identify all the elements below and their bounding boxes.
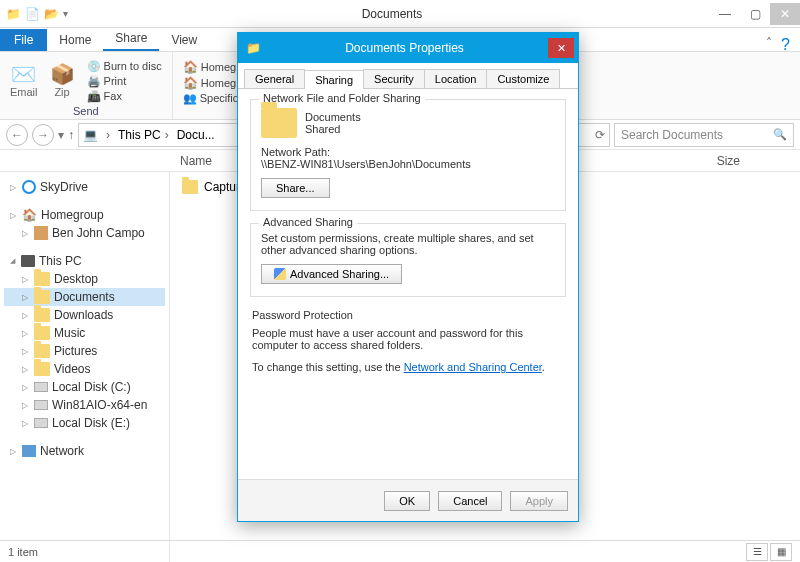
group-password: Password Protection People must have a u… [250, 309, 566, 373]
close-button[interactable]: ✕ [770, 3, 800, 25]
sidebar-item-music[interactable]: Music [4, 324, 165, 342]
folder-open-icon[interactable]: 📂 [44, 7, 59, 21]
legend-advanced: Advanced Sharing [259, 216, 357, 228]
sidebar-item-pictures[interactable]: Pictures [4, 342, 165, 360]
search-placeholder: Search Documents [621, 128, 723, 142]
email-icon[interactable]: ✉️ [11, 62, 36, 86]
fax-button[interactable]: 📠 Fax [87, 90, 162, 103]
pc-icon: 💻 [83, 128, 98, 142]
group-network-sharing: Network File and Folder Sharing Document… [250, 99, 566, 211]
avatar-icon [34, 226, 48, 240]
home-icon: 🏠 [183, 76, 198, 90]
cancel-button[interactable]: Cancel [438, 491, 502, 511]
tab-file[interactable]: File [0, 29, 47, 51]
sidebar-item-network[interactable]: Network [4, 442, 165, 460]
sidebar-item-downloads[interactable]: Downloads [4, 306, 165, 324]
dlg-tab-general[interactable]: General [244, 69, 305, 88]
disk-icon [34, 418, 48, 428]
nav-pane: SkyDrive 🏠Homegroup Ben John Campo This … [0, 172, 170, 562]
dialog-title-bar: 📁 Documents Properties ✕ [238, 33, 578, 63]
network-center-link[interactable]: Network and Sharing Center [404, 361, 542, 373]
sidebar-item-skydrive[interactable]: SkyDrive [4, 178, 165, 196]
folder-large-icon [261, 108, 297, 138]
back-button[interactable]: ← [6, 124, 28, 146]
sidebar-item-desktop[interactable]: Desktop [4, 270, 165, 288]
print-icon: 🖨️ [87, 75, 101, 87]
ribbon-group-send: ✉️ Email 📦 Zip 💿 Burn to disc 🖨️ Print 📠… [0, 52, 173, 119]
change-prefix: To change this setting, use the [252, 361, 404, 373]
properties-dialog: 📁 Documents Properties ✕ General Sharing… [237, 32, 579, 522]
disc-icon: 💿 [87, 60, 101, 72]
minimize-ribbon-icon[interactable]: ˄ [766, 36, 772, 50]
forward-button[interactable]: → [32, 124, 54, 146]
advanced-sharing-button[interactable]: Advanced Sharing... [261, 264, 402, 284]
refresh-button[interactable]: ⟳ [595, 128, 605, 142]
skydrive-icon [22, 180, 36, 194]
dlg-tab-location[interactable]: Location [424, 69, 488, 88]
dialog-body: Network File and Folder Sharing Document… [238, 89, 578, 479]
sidebar-item-documents[interactable]: Documents [4, 288, 165, 306]
thumbnails-view-button[interactable]: ▦ [770, 543, 792, 561]
legend-password: Password Protection [252, 309, 564, 321]
dlg-tab-security[interactable]: Security [363, 69, 425, 88]
dialog-tabs: General Sharing Security Location Custom… [238, 63, 578, 89]
crumb-root[interactable] [102, 128, 114, 142]
tab-home[interactable]: Home [47, 29, 103, 51]
help-icon[interactable]: ? [781, 36, 790, 54]
details-view-button[interactable]: ☰ [746, 543, 768, 561]
people-icon: 👥 [183, 92, 197, 104]
pc-icon [21, 255, 35, 267]
zip-label: Zip [54, 86, 69, 98]
up-button[interactable]: ↑ [68, 128, 74, 142]
search-icon: 🔍 [773, 128, 787, 141]
quick-access-toolbar: 📁 📄 📂 ▾ [0, 7, 74, 21]
qat-dropdown-icon[interactable]: ▾ [63, 8, 68, 19]
tab-view[interactable]: View [159, 29, 209, 51]
search-input[interactable]: Search Documents 🔍 [614, 123, 794, 147]
dialog-close-button[interactable]: ✕ [548, 38, 574, 58]
crumb-thispc[interactable]: This PC [118, 128, 173, 142]
dialog-icon: 📁 [246, 41, 261, 55]
tab-share[interactable]: Share [103, 27, 159, 51]
group-advanced-sharing: Advanced Sharing Set custom permissions,… [250, 223, 566, 297]
folder-icon [34, 362, 50, 376]
sidebar-item-localc[interactable]: Local Disk (C:) [4, 378, 165, 396]
fax-icon: 📠 [87, 90, 101, 102]
folder-icon [34, 344, 50, 358]
sidebar-item-win81[interactable]: Win81AIO-x64-en [4, 396, 165, 414]
sidebar-item-thispc[interactable]: This PC [4, 252, 165, 270]
sidebar-item-videos[interactable]: Videos [4, 360, 165, 378]
shared-name: Documents [305, 111, 361, 123]
folder-icon [182, 180, 198, 194]
window-title: Documents [74, 7, 710, 21]
burn-to-disc-button[interactable]: 💿 Burn to disc [87, 60, 162, 73]
dlg-tab-sharing[interactable]: Sharing [304, 70, 364, 89]
status-bar: 1 item ☰ ▦ [0, 540, 800, 562]
title-bar: 📁 📄 📂 ▾ Documents — ▢ ✕ [0, 0, 800, 28]
shield-icon [274, 268, 286, 280]
folder-icon [34, 308, 50, 322]
email-label: Email [10, 86, 38, 98]
apply-button[interactable]: Apply [510, 491, 568, 511]
shared-state: Shared [305, 123, 361, 135]
folder-props-icon[interactable]: 📁 [6, 7, 21, 21]
sidebar-item-user[interactable]: Ben John Campo [4, 224, 165, 242]
recent-locations-icon[interactable]: ▾ [58, 128, 64, 142]
col-size[interactable]: Size [717, 154, 800, 168]
item-count: 1 item [8, 546, 38, 558]
legend-network-sharing: Network File and Folder Sharing [259, 92, 425, 104]
crumb-documents[interactable]: Docu... [177, 128, 215, 142]
sidebar-item-locale[interactable]: Local Disk (E:) [4, 414, 165, 432]
new-file-icon[interactable]: 📄 [25, 7, 40, 21]
folder-icon [34, 272, 50, 286]
maximize-button[interactable]: ▢ [740, 3, 770, 25]
print-button[interactable]: 🖨️ Print [87, 75, 162, 88]
minimize-button[interactable]: — [710, 3, 740, 25]
ok-button[interactable]: OK [384, 491, 430, 511]
share-button[interactable]: Share... [261, 178, 330, 198]
netpath-value: \\BENZ-WIN81\Users\BenJohn\Documents [261, 158, 555, 170]
folder-icon [34, 290, 50, 304]
dlg-tab-customize[interactable]: Customize [486, 69, 560, 88]
sidebar-item-homegroup[interactable]: 🏠Homegroup [4, 206, 165, 224]
zip-icon[interactable]: 📦 [50, 62, 75, 86]
